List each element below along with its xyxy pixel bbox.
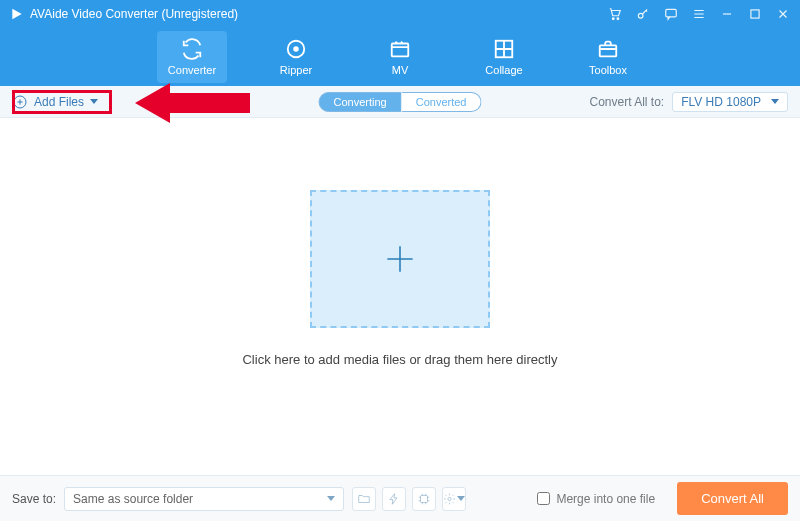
dropzone[interactable]	[310, 190, 490, 328]
merge-label: Merge into one file	[556, 492, 655, 506]
cart-icon[interactable]	[608, 7, 622, 21]
svg-point-6	[294, 47, 298, 51]
add-files-button[interactable]: Add Files	[12, 94, 98, 110]
chip-icon	[417, 492, 431, 506]
logo-icon	[10, 7, 24, 21]
minimize-icon[interactable]	[720, 7, 734, 21]
mode-converting[interactable]: Converting	[319, 92, 402, 112]
collage-icon	[493, 38, 515, 60]
save-to-value: Same as source folder	[73, 492, 193, 506]
close-icon[interactable]	[776, 7, 790, 21]
svg-point-1	[617, 18, 619, 20]
tab-label: Collage	[485, 64, 522, 76]
tab-label: MV	[392, 64, 409, 76]
open-folder-button[interactable]	[352, 487, 376, 511]
maximize-icon[interactable]	[748, 7, 762, 21]
add-files-label: Add Files	[34, 95, 84, 109]
convert-all-to-label: Convert All to:	[589, 95, 664, 109]
key-icon[interactable]	[636, 7, 650, 21]
folder-icon	[357, 492, 371, 506]
gpu-button[interactable]	[412, 487, 436, 511]
gear-icon	[443, 492, 456, 506]
ripper-icon	[285, 38, 307, 60]
plus-circle-icon	[12, 94, 28, 110]
merge-checkbox-input[interactable]	[537, 492, 550, 505]
convert-all-to: Convert All to: FLV HD 1080P	[589, 92, 788, 112]
svg-rect-9	[600, 45, 617, 56]
chevron-down-icon	[771, 99, 779, 104]
chevron-down-icon	[457, 496, 465, 501]
settings-button[interactable]	[442, 487, 466, 511]
mode-toggle: Converting Converted	[319, 92, 482, 112]
tab-label: Ripper	[280, 64, 312, 76]
tab-mv[interactable]: MV	[365, 31, 435, 83]
bottom-bar: Save to: Same as source folder Merge int…	[0, 475, 800, 521]
speed-button[interactable]	[382, 487, 406, 511]
tab-toolbox[interactable]: Toolbox	[573, 31, 643, 83]
tab-label: Toolbox	[589, 64, 627, 76]
feedback-icon[interactable]	[664, 7, 678, 21]
svg-rect-4	[751, 10, 759, 18]
main-area: Click here to add media files or drag th…	[0, 118, 800, 438]
svg-point-13	[448, 497, 451, 500]
svg-point-2	[638, 13, 643, 18]
tab-ripper[interactable]: Ripper	[261, 31, 331, 83]
bolt-icon	[387, 492, 401, 506]
menu-icon[interactable]	[692, 7, 706, 21]
tab-converter[interactable]: Converter	[157, 31, 227, 83]
svg-rect-12	[421, 495, 428, 502]
chevron-down-icon	[327, 496, 335, 501]
chevron-down-icon	[90, 99, 98, 104]
tab-collage[interactable]: Collage	[469, 31, 539, 83]
merge-checkbox[interactable]: Merge into one file	[537, 492, 655, 506]
mv-icon	[389, 38, 411, 60]
app-title: AVAide Video Converter (Unregistered)	[30, 7, 238, 21]
secondary-bar: Add Files Converting Converted Convert A…	[0, 86, 800, 118]
save-to-select[interactable]: Same as source folder	[64, 487, 344, 511]
app-logo: AVAide Video Converter (Unregistered)	[10, 7, 238, 21]
svg-point-0	[612, 18, 614, 20]
convert-all-button[interactable]: Convert All	[677, 482, 788, 515]
tab-label: Converter	[168, 64, 216, 76]
main-toolbar: Converter Ripper MV Collage Toolbox	[0, 28, 800, 86]
dropzone-text: Click here to add media files or drag th…	[242, 352, 557, 367]
save-to-label: Save to:	[12, 492, 56, 506]
plus-icon	[381, 240, 419, 278]
toolbox-icon	[597, 38, 619, 60]
bottom-icon-group	[352, 487, 466, 511]
mode-converted[interactable]: Converted	[402, 92, 482, 112]
title-bar: AVAide Video Converter (Unregistered)	[0, 0, 800, 28]
titlebar-controls	[608, 7, 790, 21]
output-format-select[interactable]: FLV HD 1080P	[672, 92, 788, 112]
format-value: FLV HD 1080P	[681, 95, 761, 109]
converter-icon	[181, 38, 203, 60]
svg-rect-7	[392, 44, 409, 57]
